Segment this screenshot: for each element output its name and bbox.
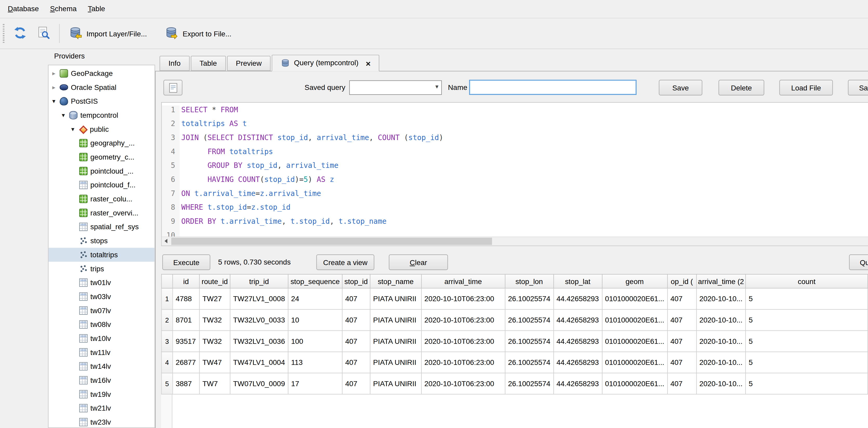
code-line[interactable]: 10 <box>162 231 868 237</box>
sql-window-button[interactable] <box>32 22 55 45</box>
column-header[interactable]: op_id ( <box>668 274 696 288</box>
cell[interactable]: 26.10025574 <box>505 373 554 394</box>
cell[interactable]: 10 <box>288 309 342 331</box>
cell[interactable]: 44.42658293 <box>553 331 602 352</box>
tree-item-postgis[interactable]: ▾PostGIS <box>49 94 155 109</box>
cell[interactable]: TW47LV1_0004 <box>230 352 288 373</box>
column-header[interactable]: count <box>746 274 868 288</box>
cell[interactable]: PIATA UNIRII <box>370 352 421 373</box>
tab-preview[interactable]: Preview <box>227 56 271 71</box>
cell[interactable]: 5 <box>746 352 868 373</box>
cell[interactable]: TW07LV0_0009 <box>230 373 288 394</box>
tree-item-tw01lv[interactable]: tw01lv <box>49 276 155 290</box>
cell[interactable]: TW32LV1_0036 <box>230 331 288 352</box>
code-line[interactable]: 2totaltrips AS t <box>162 120 868 133</box>
cell[interactable]: 5 <box>746 331 868 352</box>
tab-table[interactable]: Table <box>191 56 226 71</box>
chevron-expanded-icon[interactable]: ▾ <box>60 112 66 119</box>
chevron-collapsed-icon[interactable]: ▸ <box>51 84 57 91</box>
tree-item-tw08lv[interactable]: tw08lv <box>49 317 155 332</box>
tree-item-oracle-spatial[interactable]: ▸Oracle Spatial <box>49 80 155 94</box>
code-line[interactable]: 8WHERE t.stop_id=z.stop_id <box>162 203 868 217</box>
export-file-button[interactable]: Export to File... <box>160 22 237 45</box>
chevron-expanded-icon[interactable]: ▾ <box>70 125 76 133</box>
tree-item-tw21lv[interactable]: tw21lv <box>49 401 155 415</box>
cell[interactable]: 4788 <box>173 288 199 309</box>
cell[interactable]: 5 <box>746 288 868 309</box>
cell[interactable]: PIATA UNIRII <box>370 331 421 352</box>
column-header[interactable]: id <box>173 274 199 288</box>
cell[interactable]: 407 <box>668 309 696 331</box>
tree-item-raster-overvi[interactable]: raster_overvi... <box>49 206 155 220</box>
tree-item-tw19lv[interactable]: tw19lv <box>49 387 155 401</box>
code-line[interactable]: 5 GROUP BY stop_id, arrival_time <box>162 161 868 175</box>
cell[interactable]: 2020-10-10T06:23:00 <box>422 352 505 373</box>
tree-item-geography[interactable]: geography_... <box>49 136 155 150</box>
column-header[interactable]: geom <box>602 274 668 288</box>
code-line[interactable]: 4 FROM totaltrips <box>162 147 868 161</box>
query-history-button[interactable]: Query History <box>849 254 868 270</box>
cell[interactable]: 26.10025574 <box>505 331 554 352</box>
cell[interactable]: 93517 <box>173 331 199 352</box>
cell[interactable]: 407 <box>668 352 696 373</box>
column-header[interactable]: stop_id <box>342 274 370 288</box>
tree-item-trips[interactable]: trips <box>49 262 155 276</box>
query-name-input[interactable] <box>469 80 637 95</box>
row-number[interactable]: 2 <box>162 309 173 331</box>
cell[interactable]: 407 <box>342 288 370 309</box>
menu-table[interactable]: Table <box>82 0 111 18</box>
corner-header[interactable] <box>162 274 173 288</box>
code-line[interactable]: 7ON t.arrival_time=z.arrival_time <box>162 189 868 203</box>
tree-item-totaltrips[interactable]: totaltrips <box>49 248 155 262</box>
cell[interactable]: TW27LV1_0008 <box>230 288 288 309</box>
cell[interactable]: 2020-10-10T06:23:00 <box>422 373 505 394</box>
cell[interactable]: 8701 <box>173 309 199 331</box>
code-line[interactable]: 6 HAVING COUNT(stop_id)=5) AS z <box>162 175 868 189</box>
cell[interactable]: 5 <box>746 309 868 331</box>
cell[interactable]: PIATA UNIRII <box>370 309 421 331</box>
tree-item-tw03lv[interactable]: tw03lv <box>49 289 155 304</box>
cell[interactable]: 0101000020E61... <box>602 331 668 352</box>
code-line[interactable]: 3JOIN (SELECT DISTINCT stop_id, arrival_… <box>162 133 868 147</box>
tree-item-tw14lv[interactable]: tw14lv <box>49 359 155 373</box>
tree-item-pointcloud-f[interactable]: pointcloud_f... <box>49 178 155 192</box>
cell[interactable]: 5 <box>746 373 868 394</box>
cell[interactable]: 407 <box>342 309 370 331</box>
tree-item-tw23lv[interactable]: tw23lv <box>49 415 155 428</box>
clear-button[interactable]: Clear <box>389 254 448 270</box>
cell[interactable]: 0101000020E61... <box>602 373 668 394</box>
cell[interactable]: 2020-10-10T06:23:00 <box>422 331 505 352</box>
cell[interactable]: 2020-10-10T06:23:00 <box>422 309 505 331</box>
column-header[interactable]: arrival_time <box>422 274 505 288</box>
tree-item-spatial-ref-sys[interactable]: spatial_ref_sys <box>49 220 155 234</box>
cell[interactable]: 44.42658293 <box>553 309 602 331</box>
refresh-button[interactable] <box>8 22 32 45</box>
delete-button[interactable]: Delete <box>719 80 764 95</box>
cell[interactable]: 407 <box>668 331 696 352</box>
cell[interactable]: 0101000020E61... <box>602 288 668 309</box>
cell[interactable]: TW32LV0_0033 <box>230 309 288 331</box>
load-file-button[interactable]: Load File <box>779 80 833 95</box>
scrollbar-thumb[interactable] <box>171 238 492 245</box>
import-layer-button[interactable]: Import Layer/File... <box>64 22 152 45</box>
save-as-file-button[interactable]: Save As File <box>848 80 868 95</box>
cell[interactable]: 100 <box>288 331 342 352</box>
cell[interactable]: 407 <box>668 373 696 394</box>
row-number[interactable]: 1 <box>162 288 173 309</box>
editor-horizontal-scrollbar[interactable] <box>162 237 868 245</box>
column-header[interactable]: stop_name <box>370 274 421 288</box>
cell[interactable]: TW47 <box>199 352 230 373</box>
close-icon[interactable]: × <box>366 59 371 67</box>
tree-item-geometry-c[interactable]: geometry_c... <box>49 150 155 164</box>
tree-item-public[interactable]: ▾public <box>49 122 155 136</box>
chevron-collapsed-icon[interactable]: ▸ <box>51 70 57 77</box>
column-header[interactable]: stop_lat <box>553 274 602 288</box>
column-header[interactable]: trip_id <box>230 274 288 288</box>
saved-query-combobox[interactable]: ▾ <box>349 80 442 95</box>
cell[interactable]: 407 <box>342 373 370 394</box>
row-number[interactable]: 4 <box>162 352 173 373</box>
cell[interactable]: 2020-10-10... <box>696 288 746 309</box>
tree-item-stops[interactable]: stops <box>49 234 155 248</box>
column-header[interactable]: route_id <box>199 274 230 288</box>
cell[interactable]: TW7 <box>199 373 230 394</box>
